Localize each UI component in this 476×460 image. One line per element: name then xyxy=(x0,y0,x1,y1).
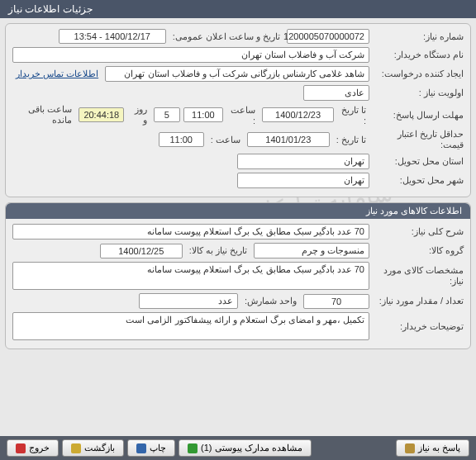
label-buyer: نام دستگاه خریدار: xyxy=(373,50,464,60)
field-request-no: 1200005070000072 xyxy=(287,29,369,44)
field-desc: 70 عدد بادگیر سبک مطابق یک برگ استعلام پ… xyxy=(12,224,369,239)
field-province: تهران xyxy=(237,154,369,169)
field-deadline-time: 11:00 xyxy=(183,107,224,122)
label-announce: تاریخ و ساعت اعلان عمومی: xyxy=(169,31,283,42)
request-info-panel: شماره نیاز: 1200005070000072 تاریخ و ساع… xyxy=(5,23,471,197)
field-valid-time: 11:00 xyxy=(159,132,204,147)
items-panel-title: اطلاعات کالاهای مورد نیاز xyxy=(6,203,470,219)
back-label: بازگشت xyxy=(84,443,115,453)
label-to-date-2: تا تاریخ : xyxy=(333,135,369,145)
label-time-2: ساعت : xyxy=(207,135,244,145)
field-days: 5 xyxy=(154,107,180,122)
print-icon xyxy=(136,443,146,453)
attachment-icon xyxy=(188,443,198,453)
items-panel: اطلاعات کالاهای مورد نیاز شرح کلی نیاز: … xyxy=(5,202,471,349)
view-att-label: مشاهده مدارک پیوستی (1) xyxy=(201,443,302,453)
label-group: گروه کالا: xyxy=(373,245,464,256)
field-priority: عادی xyxy=(303,85,369,101)
reply-icon xyxy=(405,443,415,453)
field-qty: 70 xyxy=(303,294,369,309)
exit-label: خروج xyxy=(29,443,50,453)
field-buyer-notes: تکمیل ،مهر و امضای برگ استعلام و ارائه پ… xyxy=(12,312,369,340)
window-title: جزئیات اطلاعات نیاز xyxy=(8,3,93,15)
buyer-contact-link[interactable]: اطلاعات تماس خریدار xyxy=(12,69,102,79)
print-button[interactable]: چاپ xyxy=(127,439,175,457)
label-time-1: ساعت : xyxy=(226,105,259,126)
view-attachments-button[interactable]: مشاهده مدارک پیوستی (1) xyxy=(178,439,312,457)
label-deadline: مهلت ارسال پاسخ: xyxy=(373,110,464,121)
label-unit: واحد شمارش: xyxy=(241,296,300,306)
exit-button[interactable]: خروج xyxy=(7,439,59,457)
field-deadline-date: 1400/12/23 xyxy=(262,107,334,122)
window-header: جزئیات اطلاعات نیاز xyxy=(0,0,476,18)
reply-label: پاسخ به نیاز xyxy=(418,443,460,453)
label-request-no: شماره نیاز: xyxy=(373,31,464,42)
field-spec: 70 عدد بادگیر سبک مطابق یک برگ استعلام پ… xyxy=(12,262,369,290)
field-city: تهران xyxy=(237,173,369,188)
print-label: چاپ xyxy=(150,443,166,453)
footer-toolbar: خروج بازگشت چاپ مشاهده مدارک پیوستی (1) … xyxy=(0,436,476,460)
field-creator: شاهد غلامی کارشناس بازرگانی شرکت آب و فا… xyxy=(105,66,369,82)
field-valid-date: 1401/01/23 xyxy=(247,132,330,147)
label-priority: اولویت نیاز : xyxy=(373,88,464,98)
label-need-date: تاریخ نیاز به کالا: xyxy=(186,245,250,256)
label-to-date-1: تا تاریخ : xyxy=(337,105,369,126)
label-creator: ایجاد کننده درخواست: xyxy=(373,69,464,79)
field-need-date: 1400/12/25 xyxy=(100,244,183,258)
label-remain: ساعت باقی مانده xyxy=(12,104,75,126)
label-days-and: روز و xyxy=(127,104,150,126)
label-desc: شرح کلی نیاز: xyxy=(373,226,464,237)
field-group: منسوجات و چرم xyxy=(254,243,369,258)
label-buyer-notes: توضیحات خریدار: xyxy=(373,321,464,332)
back-icon xyxy=(71,443,81,453)
label-qty: تعداد / مقدار مورد نیاز: xyxy=(373,296,464,306)
field-countdown: 20:44:18 xyxy=(79,107,124,122)
field-announce: 1400/12/17 - 13:54 xyxy=(59,29,166,44)
exit-icon xyxy=(16,443,26,453)
reply-button[interactable]: پاسخ به نیاز xyxy=(396,439,469,457)
back-button[interactable]: بازگشت xyxy=(62,439,124,457)
field-buyer: شرکت آب و فاضلاب استان تهران xyxy=(12,47,369,63)
label-min-valid: حداقل تاریخ اعتبار قیمت: xyxy=(373,129,464,150)
field-unit: عدد xyxy=(139,293,238,309)
label-province: استان محل تحویل: xyxy=(373,156,464,167)
label-city: شهر محل تحویل: xyxy=(373,175,464,186)
label-spec: مشخصات کالای مورد نیاز: xyxy=(373,265,464,287)
